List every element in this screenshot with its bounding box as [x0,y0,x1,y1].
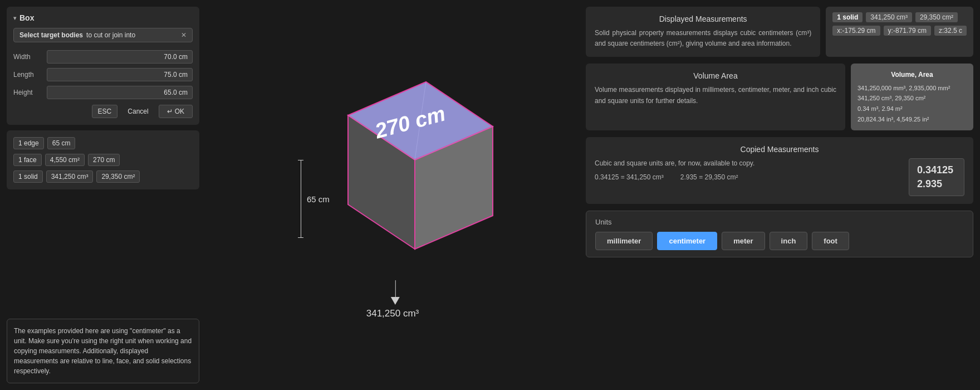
width-field-row: Width [13,50,193,64]
copied-body: Cubic and square units are, for now, ava… [595,158,903,169]
displayed-side-card: 1 solid 341,250 cm³ 29,350 cm² x:-175.29… [826,7,973,57]
vol-line-3: 0.34 m³, 2.94 m² [857,104,967,114]
copied-measurements-row: Copied Measurements Cubic and square uni… [586,137,973,204]
box-3d-svg: 270 cm [303,71,504,282]
unit-meter-button[interactable]: meter [722,232,765,250]
select-target-bold: Select target bodies [19,31,83,39]
copied-measurements-title: Copied Measurements [595,145,964,154]
copied-card-inner: Cubic and square units are, for now, ava… [595,158,964,196]
close-icon[interactable]: ✕ [181,31,187,39]
box-panel: ▾ Box Select target bodies to cut or joi… [7,7,199,125]
solid-value-1: 341,250 cm³ [46,170,94,183]
volume-side-card: Volume, Area 341,250,000 mm³, 2,935,000 … [851,64,973,130]
copied-values-box: 0.34125 2.935 [909,158,964,196]
volume-annotation: 341,250 cm³ [366,308,419,319]
select-target-rest: to cut or join into [86,31,135,39]
eq1: 0.34125 = 341,250 cm³ [595,173,664,181]
face-label: 1 face [13,154,42,166]
volume-area-card: Volume Area Volume measurements displaye… [586,64,845,130]
action-buttons: ESC Cancel ↵ OK [13,105,193,118]
displayed-measurements-card: Displayed Measurements Solid physical pr… [586,7,820,57]
vol-line-2: 341,250 cm³, 29,350 cm² [857,93,967,104]
edge-selection-row: 1 edge 65 cm [13,137,193,149]
volume-tag: 341,250 cm³ [866,12,912,22]
select-target-button[interactable]: Select target bodies to cut or join into… [13,28,193,42]
ok-button[interactable]: ↵ OK [159,105,193,118]
face-value-1: 4,550 cm² [45,154,85,166]
copied-info: Cubic and square units are, for now, ava… [595,158,903,196]
width-input[interactable] [47,50,193,64]
solid-tag: 1 solid [832,12,863,22]
eq2: 2.935 = 29,350 cm² [680,173,738,181]
face-selection-row: 1 face 4,550 cm² 270 cm [13,154,193,166]
unit-millimeter-button[interactable]: millimeter [595,232,653,250]
length-field-row: Length [13,68,193,81]
volume-area-title: Volume Area [595,71,836,80]
esc-button[interactable]: ESC [92,105,118,118]
copied-val-1: 0.34125 [917,164,956,176]
solid-selection-row: 1 solid 341,250 cm³ 29,350 cm² [13,170,193,183]
volume-side-title: Volume, Area [857,69,967,80]
units-panel: Units millimeter centimeter meter inch f… [586,211,973,257]
copied-equations: 0.34125 = 341,250 cm³ 2.935 = 29,350 cm² [595,173,903,181]
height-field-row: Height [13,86,193,99]
right-panel: Displayed Measurements Solid physical pr… [579,0,980,390]
edge-value: 65 cm [47,137,76,149]
z-coord: z:32.5 c [934,26,967,36]
units-label: Units [595,218,964,226]
unit-foot-button[interactable]: foot [812,232,849,250]
height-label: Height [13,89,47,96]
area-tag: 29,350 cm² [915,12,958,22]
displayed-measurements-row: Displayed Measurements Solid physical pr… [586,7,973,57]
solid-label: 1 solid [13,170,43,183]
unit-centimeter-button[interactable]: centimeter [657,232,717,250]
left-panel: ▾ Box Select target bodies to cut or joi… [0,0,206,390]
enter-icon: ↵ [167,108,173,115]
volume-area-body: Volume measurements displayed in millime… [595,85,836,106]
ok-label: OK [175,108,184,115]
height-annotation: 65 cm [307,194,330,204]
cancel-button[interactable]: Cancel [122,105,154,118]
x-coord: x:-175.29 cm [832,26,880,36]
edge-label: 1 edge [13,137,44,149]
solid-row: 1 solid 341,250 cm³ 29,350 cm² [832,12,967,22]
displayed-measurements-title: Displayed Measurements [595,14,811,23]
box-title: Box [19,13,34,22]
selection-panel: 1 edge 65 cm 1 face 4,550 cm² 270 cm 1 s… [7,130,199,189]
volume-area-row: Volume Area Volume measurements displaye… [586,64,973,130]
displayed-measurements-body: Solid physical property measurements dis… [595,28,811,49]
width-label: Width [13,53,47,61]
box-3d-container: 65 cm 270 cm [287,71,498,305]
box-header: ▾ Box [13,13,193,22]
note-text: The examples provided here are using "ce… [14,327,192,375]
solid-value-2: 29,350 cm² [96,170,140,183]
chevron-icon: ▾ [13,15,16,21]
length-input[interactable] [47,68,193,81]
units-buttons: millimeter centimeter meter inch foot [595,232,964,250]
height-input[interactable] [47,86,193,99]
copied-val-2: 2.935 [917,178,956,190]
note-panel: The examples provided here are using "ce… [7,319,199,383]
vol-line-4: 20,824.34 in³, 4,549.25 in² [857,114,967,125]
length-label: Length [13,71,47,79]
vol-line-1: 341,250,000 mm³, 2,935,000 mm² [857,83,967,94]
coords-row: x:-175.29 cm y:-871.79 cm z:32.5 c [832,26,967,36]
y-coord: y:-871.79 cm [884,26,931,36]
unit-inch-button[interactable]: inch [770,232,808,250]
face-value-2: 270 cm [88,154,120,166]
copied-measurements-card: Copied Measurements Cubic and square uni… [586,137,973,204]
center-panel: 65 cm 270 cm 341,250 cm³ [206,0,579,390]
